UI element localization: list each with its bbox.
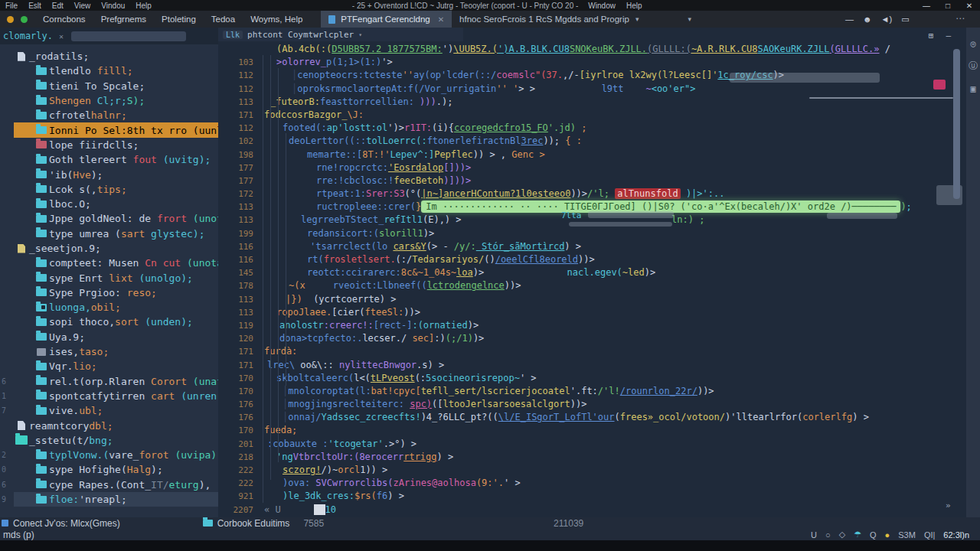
panel-icon[interactable]: ▣ bbox=[970, 83, 975, 94]
error-marker[interactable] bbox=[933, 80, 946, 90]
tree-item[interactable]: Goth tlereert fout (uvitg); bbox=[0, 152, 218, 167]
tree-item-body[interactable]: tieni To Spcale; bbox=[14, 79, 218, 93]
code-line[interactable]: 171lrec\ oo&\:: nylittecBnwgor.s) > bbox=[218, 359, 966, 372]
record-icon[interactable]: ◎ bbox=[970, 38, 975, 49]
menu-item[interactable]: View bbox=[69, 2, 96, 10]
tree-item-body[interactable]: cype Rapes.(Cont_IT/eturg), bbox=[14, 478, 218, 492]
tree-item[interactable]: compteet: Musen Cn cut (unota); bbox=[0, 256, 218, 270]
code-line[interactable]: 201:cobauxte :'tcogetar'.>°) > bbox=[218, 438, 966, 451]
tree-item[interactable]: 7vive.ubl; bbox=[0, 403, 218, 418]
code-line[interactable]: 176│onnaj/Yadssec_zcreecfts!)4_?6LLC_pt?… bbox=[218, 411, 966, 424]
code-line[interactable]: 113|}) (ycrtcoerrte) > bbox=[218, 293, 966, 306]
tray-icon[interactable]: Q bbox=[870, 530, 877, 540]
code-line[interactable]: 116'tsarrclect(lo cars&Y(> - /y/: Stór_s… bbox=[218, 240, 966, 253]
tree-item-body[interactable]: ises,taso; bbox=[14, 344, 218, 359]
tree-item[interactable]: 6rel.t(orp.Rlaren Corort (unata); bbox=[0, 374, 218, 389]
code-line[interactable]: 103>olorrev_p(1;1>(1:)'> bbox=[218, 56, 966, 69]
tree-item[interactable]: tlendlo filll; bbox=[0, 64, 218, 78]
tree-item-body[interactable]: compteet: Musen Cn cut (unota); bbox=[14, 256, 218, 270]
traffic-light-yellow-icon[interactable] bbox=[7, 16, 14, 23]
code-line[interactable]: 199redansicort:(slorill1)> bbox=[218, 227, 966, 240]
tree-item-body[interactable]: Vqr.lio; bbox=[14, 359, 218, 373]
tree-item-body[interactable]: Sype Prgioo: reso; bbox=[14, 285, 218, 300]
tree-item-body[interactable]: sype Hofighe(Halg); bbox=[14, 462, 218, 477]
code-line[interactable]: 177rne!ropcrctc:'Eosrdalop[]))> bbox=[218, 161, 966, 174]
tree-item-body[interactable]: _sstetu(t/bng; bbox=[14, 433, 218, 448]
tree-item-body[interactable]: Goth tlereert fout (uvitg); bbox=[14, 152, 218, 167]
tree-item[interactable]: _rodatils; bbox=[0, 49, 218, 64]
breadcrumb[interactable]: Llk phtcont Coymtwrlcpler ▾ bbox=[218, 28, 463, 41]
menu-item[interactable]: Prefgrnems bbox=[93, 15, 154, 24]
editor-tab[interactable]: hfnoc SeroFcrois 1 RcS Mgdds and Progrip… bbox=[452, 11, 646, 28]
tree-item-body[interactable]: Lcok s(,tips; bbox=[14, 182, 218, 197]
user-icon[interactable]: ☻ bbox=[863, 15, 872, 24]
tree-item[interactable]: Jppe goldNeol: de frort (unota); bbox=[0, 211, 218, 226]
code-line[interactable]: 116rt(frosletlsert.(:/Tedarsariyos/()/oe… bbox=[218, 253, 966, 266]
tree-item[interactable]: 1spontcatfytirren cart (unren); bbox=[0, 389, 218, 403]
code-line[interactable]: 102deoLerttor((::tolLoerrc(:ftonerlefira… bbox=[218, 135, 966, 148]
tree-item-body[interactable]: _seeetjon.9; bbox=[14, 241, 218, 256]
tree-item[interactable]: 6cype Rapes.(Cont_IT/eturg), bbox=[0, 478, 218, 492]
tray-icon[interactable]: ● bbox=[885, 530, 890, 540]
code-line[interactable]: 112│oproksrmoclaortepAt:f(/Vor_urrigatin… bbox=[218, 83, 966, 96]
tree-item[interactable]: Shengen Cl;r;S); bbox=[0, 93, 218, 108]
code-line[interactable]: 178~(x rveoict:Llbneef((lctrodengelnce))… bbox=[218, 279, 966, 292]
tree-item[interactable]: Uya.9; bbox=[0, 330, 218, 344]
tree-item-body[interactable]: rel.t(orp.Rlaren Corort (unata); bbox=[14, 374, 218, 389]
tree-item[interactable]: reamntcorydbl; bbox=[0, 418, 218, 432]
menu-item[interactable]: Edt bbox=[47, 2, 69, 10]
tree-item-body[interactable]: _rodatils; bbox=[14, 49, 218, 64]
code-line[interactable]: 145reotct:ccirarerc:8c&~1_04s~loa)> nacl… bbox=[218, 266, 966, 279]
chevron-down-icon[interactable]: ▾ bbox=[635, 15, 639, 23]
code-line[interactable]: 222)ova: SVCwrrorclibs(zArines@aolhosa(9… bbox=[218, 477, 966, 490]
tray-icon[interactable]: ☂ bbox=[854, 530, 861, 540]
tray-icon[interactable]: U bbox=[811, 530, 817, 540]
code-line[interactable]: 171fodccosrBazgor_\J: bbox=[218, 109, 966, 122]
code-line[interactable]: 172rtpeat:1:Srer:S3(°(|n~]ancerHContum?1… bbox=[218, 187, 966, 201]
tree-item-body[interactable]: Jppe goldNeol: de frort (unota); bbox=[14, 211, 218, 226]
tree-item-body[interactable]: sopi thoco,sort (unden); bbox=[14, 315, 218, 329]
tree-item[interactable]: _sstetu(t/bng; bbox=[0, 433, 218, 448]
tree-item[interactable]: sype Enrt lixt (unolgo); bbox=[0, 270, 218, 285]
menu-item[interactable]: File bbox=[0, 2, 23, 10]
code-line[interactable]: 177rre:!cbclosc:!feecBetoh)]))> bbox=[218, 174, 966, 187]
tree-item[interactable]: type umrea (sart glystec); bbox=[0, 227, 218, 241]
traffic-light-green-icon[interactable] bbox=[21, 16, 28, 23]
code-line[interactable]: 2207« U 10 bbox=[218, 504, 966, 517]
menu-item[interactable]: Help bbox=[621, 2, 648, 10]
code-line[interactable]: 170fueda; bbox=[218, 424, 966, 437]
tree-item[interactable]: 2typlVonw.(vare_forot (uvipa); bbox=[0, 448, 218, 462]
tree-item-body[interactable]: vive.ubl; bbox=[14, 403, 218, 418]
menu-item[interactable]: Help bbox=[130, 2, 157, 10]
tree-item-body[interactable]: 'ib(Hve); bbox=[14, 167, 218, 181]
tree-item[interactable]: lope fiirdclls; bbox=[0, 138, 218, 152]
tree-item[interactable]: Ionni Po Sel:8th tx rro (uunls); bbox=[0, 122, 218, 137]
tree-item-body[interactable]: cfrotelhalnr; bbox=[14, 108, 218, 122]
user-circle-icon[interactable]: ⓤ bbox=[969, 60, 978, 73]
code-line[interactable]: 120dona>tcpfecto:.lecser./ sec]:)(;/1))> bbox=[218, 332, 966, 345]
tree-item-body[interactable]: sype Enrt lixt (unolgo); bbox=[14, 270, 218, 285]
code-line[interactable]: 119anolostr:creerc!:[rect-]:(ornatied)> bbox=[218, 319, 966, 332]
overflow-menu-icon[interactable]: ⋯ bbox=[956, 13, 965, 24]
collapse-icon[interactable]: — bbox=[946, 31, 951, 41]
code-line[interactable]: 222sczorg!/)~orcl1)) > bbox=[218, 464, 966, 477]
tree-item-body[interactable]: Ionni Po Sel:8th tx rro (uunls); bbox=[14, 122, 218, 137]
tray-icon[interactable]: ◇ bbox=[839, 530, 845, 540]
code-line[interactable]: 176│mnogjingsreclteiterc: spc)([ltooJerl… bbox=[218, 398, 966, 411]
tree-item[interactable]: 0sype Hofighe(Halg); bbox=[0, 462, 218, 477]
maximize-icon[interactable]: □ bbox=[937, 2, 959, 10]
code-line[interactable]: 113ropoJlaee.[cier(fteeSl:))> bbox=[218, 306, 966, 319]
minimize-icon[interactable]: — bbox=[845, 15, 854, 24]
close-icon[interactable]: ✕ bbox=[438, 15, 444, 24]
tree-item[interactable]: Lcok s(,tips; bbox=[0, 182, 218, 197]
tree-item-body[interactable]: spontcatfytirren cart (unren); bbox=[14, 389, 218, 403]
tree-item-body[interactable]: Shengen Cl;r;S); bbox=[14, 93, 218, 108]
display-icon[interactable]: ▭ bbox=[901, 15, 909, 24]
tree-item-body[interactable]: type umrea (sart glystec); bbox=[14, 227, 218, 241]
close-icon[interactable]: ✕ bbox=[59, 32, 64, 41]
tree-item-body[interactable]: Uya.9; bbox=[14, 330, 218, 344]
tree-item[interactable]: tieni To Spcale; bbox=[0, 79, 218, 93]
tree-item[interactable]: 'ib(Hve); bbox=[0, 167, 218, 181]
scrollbar-thumb[interactable] bbox=[953, 49, 960, 199]
speaker-icon[interactable]: ◄) bbox=[881, 15, 893, 24]
